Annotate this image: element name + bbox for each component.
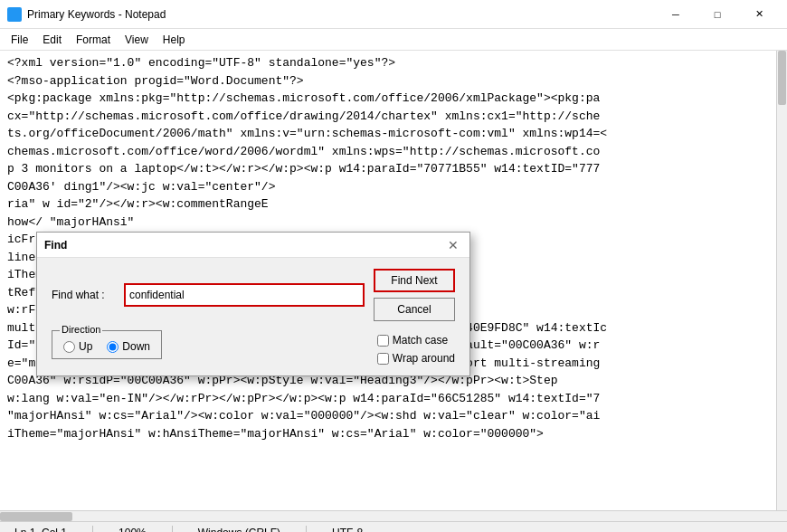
zoom-level: 100%: [111, 527, 154, 533]
checkbox-group: Match case Wrap around: [377, 334, 455, 365]
menu-help[interactable]: Help: [156, 32, 193, 48]
app-icon: [7, 7, 22, 22]
find-dialog-close-button[interactable]: ✕: [444, 236, 462, 254]
editor-container: <?xml version="1.0" encoding="UTF-8" sta…: [0, 51, 787, 510]
find-dialog-title-text: Find: [44, 239, 67, 252]
up-radio[interactable]: [63, 341, 75, 353]
wrap-around-label[interactable]: Wrap around: [377, 352, 455, 365]
menu-format[interactable]: Format: [69, 32, 118, 48]
find-options: Direction Up Down: [52, 330, 455, 365]
maximize-button[interactable]: □: [697, 0, 738, 29]
window-controls: ─ □ ✕: [655, 0, 780, 29]
status-sep-3: [306, 526, 307, 533]
find-next-button[interactable]: Find Next: [374, 269, 455, 292]
menu-view[interactable]: View: [118, 32, 156, 48]
down-radio[interactable]: [107, 341, 119, 353]
status-sep-2: [172, 526, 173, 533]
window-title: Primary Keywords - Notepad: [27, 8, 655, 21]
wrap-around-text: Wrap around: [393, 352, 455, 365]
find-input[interactable]: [124, 283, 365, 307]
find-dialog-titlebar: Find ✕: [37, 233, 469, 258]
find-what-label: Find what :: [52, 289, 124, 301]
down-label: Down: [122, 340, 150, 353]
horizontal-scrollbar-thumb[interactable]: [0, 512, 72, 521]
up-label: Up: [79, 340, 92, 353]
find-buttons: Find Next Cancel: [374, 269, 455, 321]
match-case-label[interactable]: Match case: [377, 334, 455, 347]
find-what-row: Find what : Find Next Cancel: [52, 269, 455, 321]
encoding: UTF-8: [325, 527, 370, 533]
find-dialog-body: Find what : Find Next Cancel Direction U…: [37, 258, 469, 375]
minimize-button[interactable]: ─: [655, 0, 697, 29]
match-case-text: Match case: [393, 334, 448, 347]
menu-file[interactable]: File: [4, 32, 35, 48]
menu-edit[interactable]: Edit: [35, 32, 69, 48]
horizontal-scrollbar[interactable]: [0, 510, 787, 521]
find-dialog: Find ✕ Find what : Find Next Cancel Dire…: [36, 232, 470, 376]
direction-group-container: Direction Up Down: [52, 330, 359, 365]
direction-radios: Up Down: [63, 340, 150, 353]
cancel-button[interactable]: Cancel: [374, 298, 455, 321]
menu-bar: File Edit Format View Help: [0, 29, 787, 51]
scrollbar-thumb[interactable]: [778, 51, 786, 105]
status-bar: Ln 1, Col 1 100% Windows (CRLF) UTF-8: [0, 521, 787, 532]
line-ending: Windows (CRLF): [191, 527, 288, 533]
up-radio-label[interactable]: Up: [63, 340, 92, 353]
match-case-checkbox[interactable]: [377, 335, 389, 347]
vertical-scrollbar[interactable]: [776, 51, 787, 510]
title-bar: Primary Keywords - Notepad ─ □ ✕: [0, 0, 787, 29]
direction-label: Direction: [60, 324, 102, 335]
down-radio-label[interactable]: Down: [107, 340, 150, 353]
direction-group: Direction Up Down: [52, 330, 162, 359]
wrap-around-checkbox[interactable]: [377, 353, 389, 365]
status-sep-1: [92, 526, 93, 533]
close-button[interactable]: ✕: [738, 0, 780, 29]
cursor-position: Ln 1, Col 1: [7, 527, 74, 533]
